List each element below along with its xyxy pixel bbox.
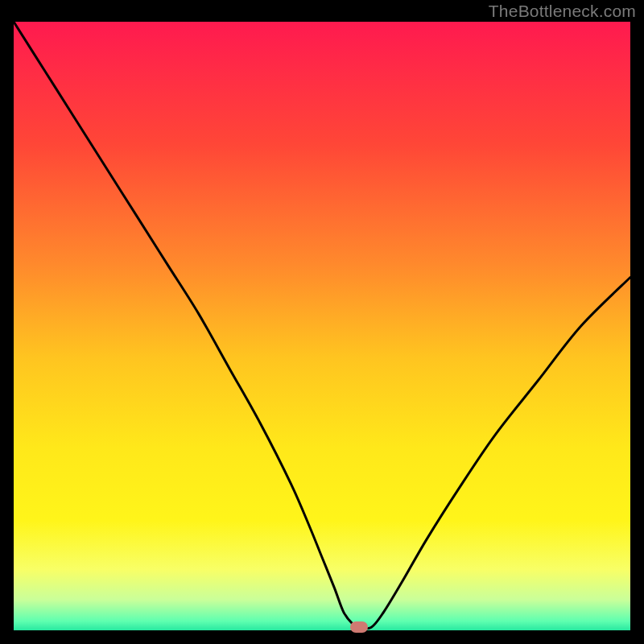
watermark-text: TheBottleneck.com [489,2,636,21]
plot-background [14,22,630,630]
chart-frame: TheBottleneck.com [0,0,644,644]
bottleneck-plot [14,22,630,630]
plot-svg [14,22,630,630]
min-point-marker [350,621,368,633]
